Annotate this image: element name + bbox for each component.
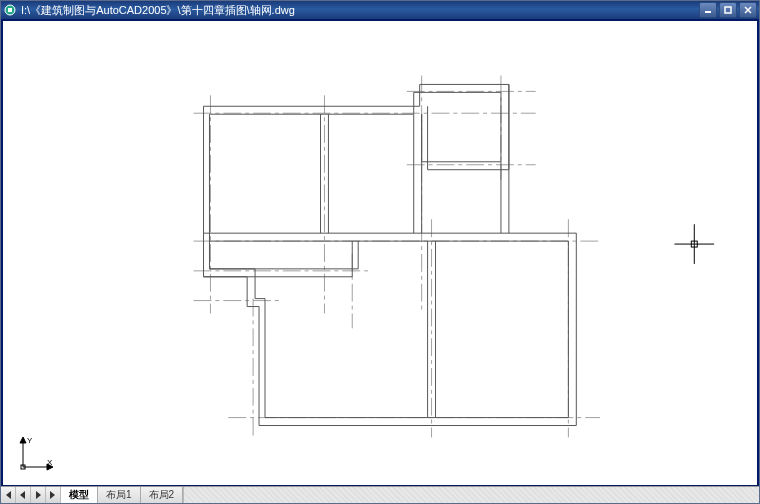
drawing-border: Y X: [1, 19, 759, 487]
maximize-button[interactable]: [719, 2, 737, 18]
document-window: I:\ 《建筑制图与AutoCAD2005》\第十四章插图\轴网.dwg: [0, 0, 760, 504]
window-title: 《建筑制图与AutoCAD2005》\第十四章插图\轴网.dwg: [30, 3, 699, 18]
floor-plan: [3, 21, 757, 485]
grid-lines: [194, 76, 600, 438]
ucs-x-label: X: [47, 458, 53, 467]
drawing-canvas[interactable]: Y X: [3, 21, 757, 485]
tab-layout1[interactable]: 布局1: [98, 487, 141, 503]
walls: [204, 84, 577, 425]
tab-layout2[interactable]: 布局2: [141, 487, 184, 503]
tab-nav-prev[interactable]: [16, 487, 31, 503]
svg-rect-2: [705, 11, 711, 13]
ucs-icon: Y X: [17, 433, 57, 473]
app-icon: [3, 3, 17, 17]
drive-prefix: I:\: [21, 4, 30, 16]
titlebar[interactable]: I:\ 《建筑制图与AutoCAD2005》\第十四章插图\轴网.dwg: [1, 1, 759, 19]
layout-tabbar: 模型 布局1 布局2: [1, 486, 759, 503]
tab-nav-next[interactable]: [31, 487, 46, 503]
crosshair-cursor: [674, 224, 714, 264]
window-controls: [699, 2, 757, 18]
tab-nav-first[interactable]: [1, 487, 16, 503]
svg-rect-1: [8, 8, 12, 12]
minimize-button[interactable]: [699, 2, 717, 18]
ucs-y-label: Y: [27, 436, 33, 445]
svg-rect-3: [725, 7, 731, 13]
tab-nav-last[interactable]: [46, 487, 61, 503]
close-button[interactable]: [739, 2, 757, 18]
tab-model[interactable]: 模型: [61, 487, 98, 503]
tab-scroll-track[interactable]: [183, 487, 759, 503]
svg-marker-23: [20, 437, 26, 443]
